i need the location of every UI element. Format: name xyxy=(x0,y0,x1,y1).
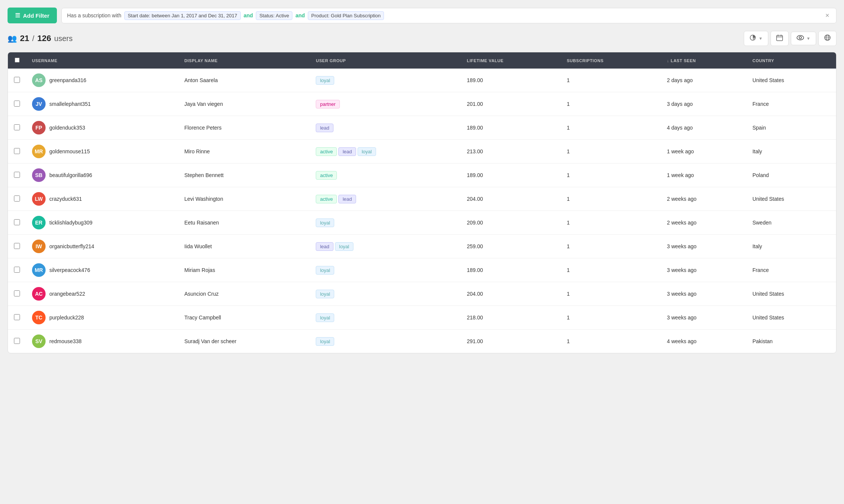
table-row[interactable]: TCpurpleduck228Tracy Campbellloyal218.00… xyxy=(8,306,836,330)
row-checkbox[interactable] xyxy=(14,124,20,130)
last-seen-cell: 1 week ago xyxy=(661,163,746,187)
username-cell: FPgoldenduck353 xyxy=(26,116,178,140)
row-checkbox-cell xyxy=(8,92,26,116)
row-checkbox[interactable] xyxy=(14,148,20,154)
avatar: AC xyxy=(32,287,46,301)
view-chevron: ▼ xyxy=(806,36,810,41)
row-checkbox[interactable] xyxy=(14,243,20,249)
last-seen-cell: 1 week ago xyxy=(661,140,746,163)
sort-arrow-icon: ↓ xyxy=(667,58,669,63)
avatar: SB xyxy=(32,168,46,182)
view-button[interactable]: ▼ xyxy=(791,32,816,45)
lifetime-value-cell: 189.00 xyxy=(461,69,561,92)
row-checkbox[interactable] xyxy=(14,101,20,107)
tag-loyal: loyal xyxy=(316,313,334,322)
globe-button[interactable] xyxy=(818,31,836,46)
table-row[interactable]: ERticklishladybug309Eetu Raisanenloyal20… xyxy=(8,211,836,235)
avatar: FP xyxy=(32,121,46,134)
table-row[interactable]: JVsmallelephant351Jaya Van viegenpartner… xyxy=(8,92,836,116)
filter-chip-3[interactable]: Product: Gold Plan Subscription xyxy=(308,11,384,20)
subscriptions-cell: 1 xyxy=(561,306,661,330)
last-seen-cell: 2 days ago xyxy=(661,69,746,92)
row-checkbox[interactable] xyxy=(14,172,20,178)
subscriptions-cell: 1 xyxy=(561,187,661,211)
username-cell: IWorganicbutterfly214 xyxy=(26,235,178,258)
country-cell: Pakistan xyxy=(746,330,836,353)
tag-loyal: loyal xyxy=(316,266,334,275)
row-checkbox[interactable] xyxy=(14,267,20,273)
display-name-cell: Anton Saarela xyxy=(178,69,310,92)
col-last-seen[interactable]: ↓LAST SEEN xyxy=(661,52,746,69)
row-checkbox-cell xyxy=(8,330,26,353)
table-row[interactable]: LWcrazyduck631Levi Washingtonactivelead2… xyxy=(8,187,836,211)
row-checkbox[interactable] xyxy=(14,314,20,320)
row-checkbox[interactable] xyxy=(14,338,20,344)
count-label: users xyxy=(54,34,73,43)
lifetime-value-cell: 213.00 xyxy=(461,140,561,163)
row-checkbox[interactable] xyxy=(14,290,20,296)
display-name-cell: Florence Peters xyxy=(178,116,310,140)
lifetime-value-cell: 204.00 xyxy=(461,282,561,306)
table-row[interactable]: SBbeautifulgorilla696Stephen Bennettacti… xyxy=(8,163,836,187)
select-all-checkbox[interactable] xyxy=(15,58,20,63)
count-total: 126 xyxy=(37,34,51,43)
col-country: COUNTRY xyxy=(746,52,836,69)
table-row[interactable]: MRgoldenmouse115Miro Rinneactiveleadloya… xyxy=(8,140,836,163)
username-text: crazyduck631 xyxy=(49,196,82,202)
user-group-cell: loyal xyxy=(310,211,461,235)
col-checkbox[interactable] xyxy=(8,52,26,69)
username-text: purpleduck228 xyxy=(49,315,84,321)
row-checkbox-cell xyxy=(8,258,26,282)
table-row[interactable]: MRsilverpeacock476Miriam Rojasloyal189.0… xyxy=(8,258,836,282)
table-row[interactable]: ASgreenpanda316Anton Saarelaloyal189.001… xyxy=(8,69,836,92)
chart-button[interactable]: ▼ xyxy=(744,31,768,46)
table-row[interactable]: IWorganicbutterfly214Iida Wuolletleadloy… xyxy=(8,235,836,258)
display-name-cell: Jaya Van viegen xyxy=(178,92,310,116)
tag-loyal: loyal xyxy=(316,337,334,346)
country-cell: Sweden xyxy=(746,211,836,235)
table-header: USERNAME DISPLAY NAME USER GROUP LIFETIM… xyxy=(8,52,836,69)
top-bar: ☰ Add Filter Has a subscription with Sta… xyxy=(8,8,836,23)
last-seen-cell: 3 weeks ago xyxy=(661,282,746,306)
tag-loyal: loyal xyxy=(316,290,334,298)
row-checkbox[interactable] xyxy=(14,219,20,225)
display-name-cell: Iida Wuollet xyxy=(178,235,310,258)
row-checkbox-cell xyxy=(8,69,26,92)
subscriptions-cell: 1 xyxy=(561,116,661,140)
last-seen-cell: 4 weeks ago xyxy=(661,330,746,353)
avatar: IW xyxy=(32,240,46,253)
display-name-cell: Levi Washington xyxy=(178,187,310,211)
avatar: JV xyxy=(32,97,46,111)
table-row[interactable]: ACorangebear522Asuncion Cruzloyal204.001… xyxy=(8,282,836,306)
country-cell: United States xyxy=(746,282,836,306)
col-display-name: DISPLAY NAME xyxy=(178,52,310,69)
user-group-cell: activeleadloyal xyxy=(310,140,461,163)
filter-chip-2[interactable]: Status: Active xyxy=(256,11,292,20)
row-checkbox-cell xyxy=(8,163,26,187)
row-checkbox[interactable] xyxy=(14,77,20,83)
table-row[interactable]: SVredmouse338Suradj Van der scheerloyal2… xyxy=(8,330,836,353)
display-name-cell: Miriam Rojas xyxy=(178,258,310,282)
table-row[interactable]: FPgoldenduck353Florence Peterslead189.00… xyxy=(8,116,836,140)
username-cell: SBbeautifulgorilla696 xyxy=(26,163,178,187)
filter-chip-1[interactable]: Start date: between Jan 1, 2017 and Dec … xyxy=(124,11,241,20)
username-cell: SVredmouse338 xyxy=(26,330,178,353)
lifetime-value-cell: 201.00 xyxy=(461,92,561,116)
user-group-cell: active xyxy=(310,163,461,187)
lifetime-value-cell: 189.00 xyxy=(461,258,561,282)
display-name-cell: Asuncion Cruz xyxy=(178,282,310,306)
user-group-cell: loyal xyxy=(310,330,461,353)
filter-close-button[interactable]: × xyxy=(824,12,831,20)
avatar: MR xyxy=(32,145,46,158)
lifetime-value-cell: 204.00 xyxy=(461,187,561,211)
row-checkbox[interactable] xyxy=(14,195,20,202)
country-cell: Italy xyxy=(746,235,836,258)
calendar-button[interactable] xyxy=(771,31,789,46)
tag-lead: lead xyxy=(338,195,356,203)
row-checkbox-cell xyxy=(8,116,26,140)
avatar: TC xyxy=(32,311,46,324)
add-filter-button[interactable]: ☰ Add Filter xyxy=(8,8,57,23)
tag-lead: lead xyxy=(316,124,333,132)
subscriptions-cell: 1 xyxy=(561,258,661,282)
row-checkbox-cell xyxy=(8,306,26,330)
